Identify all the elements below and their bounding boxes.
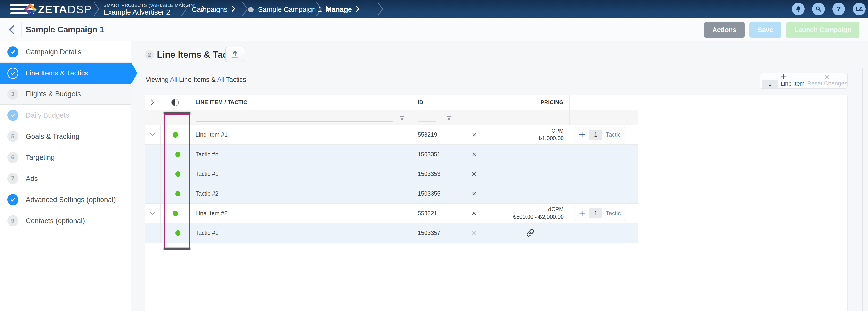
plus-icon [579, 132, 585, 138]
tactic-unit-label: Tactic [606, 210, 621, 217]
delete-row-icon[interactable] [472, 211, 476, 216]
viewing-prefix: Viewing [146, 76, 170, 83]
actions-button[interactable]: Actions [704, 22, 745, 38]
toolbar-divider [21, 22, 22, 37]
breadcrumb-campaign[interactable]: Sample Campaign 1 [248, 5, 330, 14]
upload-icon [231, 50, 239, 59]
sidebar-item-line-items-tactics[interactable]: Line Items & Tactics [0, 63, 137, 84]
sidebar-item-daily-budgets[interactable]: Daily Budgets [0, 105, 131, 126]
delete-row-icon[interactable] [472, 132, 476, 137]
sidebar-item-targeting[interactable]: 6 Targeting [0, 147, 131, 168]
delete-row-icon[interactable] [472, 172, 476, 176]
table-row-line-item[interactable]: Line Item #1 553219 CPM ₺1,000.00 1 Tact… [145, 125, 638, 145]
tactic-id: 1503353 [418, 171, 440, 177]
chevron-left-icon [8, 25, 14, 34]
collapse-row-icon[interactable] [149, 211, 156, 215]
top-navbar: ZETA DSP SMART PROJECTS (VARIABLE MARGIN… [0, 0, 868, 18]
tactic-name: Tactic #2 [195, 190, 219, 197]
sidebar-item-label: Campaign Details [26, 48, 81, 56]
breadcrumb-campaign-label: Sample Campaign 1 [258, 6, 322, 13]
search-button[interactable] [812, 3, 825, 15]
filter-all-line-items-link[interactable]: All [170, 76, 177, 83]
filter-icon[interactable] [399, 114, 406, 121]
sidebar-item-campaign-details[interactable]: Campaign Details [0, 41, 131, 63]
link-icon[interactable] [526, 229, 534, 237]
sidebar-item-ads[interactable]: 7 Ads [0, 168, 131, 189]
save-button[interactable]: Save [749, 22, 781, 38]
notifications-button[interactable] [792, 3, 805, 15]
avatar-initials: L& [856, 6, 863, 12]
brand-dsp-text: DSP [67, 3, 92, 16]
viewing-filter-summary: Viewing All Line Items & All Tactics [146, 76, 246, 83]
delete-row-icon-disabled[interactable] [472, 231, 476, 235]
brand-logo[interactable]: ZETA DSP [23, 2, 96, 16]
breadcrumb-advertiser[interactable]: SMART PROJECTS (VARIABLE MARGIN) Example… [103, 2, 205, 16]
sidebar-item-flights-budgets[interactable]: 3 Flights & Budgets [0, 84, 131, 105]
table-row-tactic[interactable]: Tactic #n 1503351 [145, 145, 638, 164]
pricing-value: ₺500.00 - ₺2,000.00 [513, 213, 564, 221]
expand-all-icon[interactable] [151, 99, 154, 106]
status-dot-green [175, 191, 181, 197]
back-button[interactable] [8, 25, 18, 34]
table-row-line-item[interactable]: Line Item #2 553221 dCPM ₺500.00 - ₺2,00… [145, 204, 638, 223]
line-item-count-input[interactable]: 1 [762, 79, 778, 88]
add-line-item-button[interactable]: 1 Line Item [760, 73, 807, 88]
upload-button[interactable] [225, 47, 245, 62]
pricing-type: dCPM [548, 206, 564, 213]
delete-row-icon[interactable] [472, 152, 476, 157]
sidebar-item-label: Flights & Budgets [26, 90, 81, 98]
line-item-unit-label: Line Item [781, 80, 805, 87]
breadcrumb-manage-label: Manage [326, 6, 352, 13]
user-avatar[interactable]: L& [853, 3, 866, 15]
line-item-id: 553219 [418, 131, 437, 138]
breadcrumb-manage[interactable]: Manage [326, 5, 360, 14]
page-title: Sample Campaign 1 [26, 25, 104, 34]
sidebar-item-goals-tracking[interactable]: 5 Goals & Tracking [0, 126, 131, 147]
status-dot-green [175, 230, 181, 236]
filter-icon[interactable] [445, 114, 453, 121]
add-tactic-button[interactable]: 1 Tactic [574, 206, 626, 221]
main-content: 2 Line Items & Tactics Viewing All Line … [131, 41, 868, 311]
column-header-pricing: PRICING [540, 99, 563, 106]
tactic-count-input[interactable]: 1 [589, 130, 602, 140]
filter-all-tactics-link[interactable]: All [217, 76, 224, 83]
vertical-scrollbar[interactable] [862, 67, 863, 311]
status-column-icon[interactable] [172, 99, 179, 106]
status-dot-green [173, 132, 178, 138]
breadcrumb-separator [93, 2, 100, 16]
chevron-right-icon [231, 5, 235, 14]
line-items-table: LINE ITEM / TACTIC ID PRICING [145, 95, 638, 243]
tactic-id: 1503351 [418, 151, 440, 158]
delete-row-icon[interactable] [472, 191, 476, 196]
check-circle-icon [7, 110, 19, 121]
tactic-count-input[interactable]: 1 [589, 208, 602, 218]
sidebar-item-contacts[interactable]: 9 Contacts (optional) [0, 210, 131, 232]
table-row-tactic[interactable]: Tactic #1 1503357 [145, 223, 638, 243]
close-icon [825, 74, 830, 79]
id-filter-input[interactable] [418, 121, 436, 122]
brand-zeta-text: ZETA [38, 3, 67, 16]
chevron-right-icon [356, 5, 360, 14]
reset-changes-button[interactable]: Reset Changes [807, 73, 847, 88]
check-circle-outline-icon [7, 68, 19, 79]
status-dot-green [175, 151, 181, 157]
collapse-row-icon[interactable] [149, 133, 156, 137]
breadcrumb-campaigns[interactable]: Campaigns [192, 5, 235, 14]
add-tactic-button[interactable]: 1 Tactic [574, 127, 626, 142]
sidebar-item-label: Daily Budgets [26, 111, 69, 119]
sidebar-item-advanced-settings[interactable]: Advanced Settings (optional) [0, 189, 131, 210]
tactic-id: 1503355 [418, 190, 440, 197]
check-circle-icon [7, 194, 19, 205]
sidebar-item-label: Goals & Tracking [26, 133, 80, 140]
name-filter-input[interactable] [195, 121, 393, 122]
reset-changes-label: Reset Changes [807, 80, 847, 87]
help-button[interactable]: ? [832, 3, 845, 15]
table-row-tactic[interactable]: Tactic #2 1503355 [145, 184, 638, 204]
plus-icon [781, 73, 786, 79]
campaign-status-dot [248, 7, 253, 12]
status-dot-green [173, 211, 178, 216]
sidebar-item-label: Targeting [26, 153, 55, 162]
breadcrumb-campaigns-label: Campaigns [192, 6, 227, 13]
launch-campaign-button[interactable]: Launch Campaign [786, 22, 860, 38]
table-row-tactic[interactable]: Tactic #1 1503353 [145, 164, 638, 184]
